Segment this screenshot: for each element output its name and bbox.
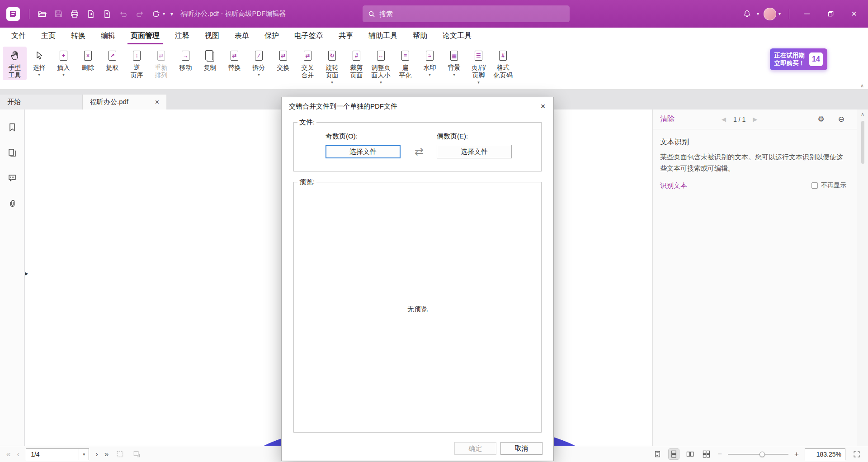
ribbon-button-手型工具[interactable]: 手型工具 [3,47,27,80]
clear-button[interactable]: 清除 [660,114,675,124]
zoom-level-field[interactable]: 183.25% [805,448,845,460]
search-input[interactable] [379,10,564,18]
dialog-body: 文件: 奇数页(O): 偶数页(E): 选择文件 ⇄ 选择文件 预览: 无预览 [282,115,553,436]
ribbon-button-扁平化[interactable]: ≡扁平化 [393,47,417,80]
sync-icon[interactable] [149,7,163,21]
scroll-up-icon[interactable]: ∧ [861,111,864,117]
comments-panel-icon[interactable] [6,172,18,184]
tab-start[interactable]: 开始 [0,95,83,110]
share-doc-icon[interactable] [100,7,114,21]
cancel-button[interactable]: 取消 [500,442,542,455]
last-page-icon[interactable]: » [104,450,108,458]
print-icon[interactable] [67,7,82,21]
ribbon-collapse-icon[interactable]: ∧ [860,83,864,89]
chevron-down-icon[interactable]: ▾ [163,11,165,16]
menu-item-注释[interactable]: 注释 [167,28,197,44]
clipboard-view-icon[interactable] [132,449,142,459]
foxit-logo[interactable] [6,7,20,21]
snapshot-icon[interactable] [115,449,125,459]
choose-even-file-button[interactable]: 选择文件 [437,145,512,158]
user-avatar[interactable] [764,8,776,20]
chevron-down-icon[interactable]: ▾ [79,449,89,460]
chevron-down-icon[interactable]: ▾ [778,11,781,16]
dont-show-again[interactable]: 不再显示 [811,181,846,190]
next-page-icon[interactable]: › [95,450,98,458]
search-icon [368,10,375,18]
page-forward-icon[interactable]: ▶ [753,116,757,123]
search-box[interactable] [363,5,570,22]
export-pdf-icon[interactable] [84,7,98,21]
ribbon-button-水印[interactable]: ≈水印▾ [418,47,442,78]
menu-item-主页[interactable]: 主页 [33,28,63,44]
attachments-panel-icon[interactable] [6,197,18,209]
tab-document[interactable]: 福昕办公.pdf × [83,95,166,110]
zoom-slider-thumb[interactable] [760,452,765,457]
prev-page-icon[interactable]: ‹ [17,450,19,458]
dont-show-checkbox[interactable] [811,182,818,189]
vertical-scrollbar[interactable]: ∧ [857,110,868,446]
bookmarks-panel-icon[interactable] [6,121,18,133]
close-button[interactable]: × [844,5,863,24]
ribbon-button-交换[interactable]: ⇄交换 [271,47,295,72]
menu-item-辅助工具[interactable]: 辅助工具 [361,28,405,44]
panel-expand-handle[interactable]: ▶ [25,271,28,276]
facing-view-icon[interactable] [685,449,695,459]
menu-item-共享[interactable]: 共享 [331,28,361,44]
ribbon-button-页眉页脚[interactable]: ☰页眉/页脚▾ [467,47,491,86]
ribbon-button-插入[interactable]: +插入▾ [52,47,75,78]
ribbon-button-移动[interactable]: →移动 [174,47,198,72]
page-number-value[interactable]: 1/4 [26,451,79,458]
restore-button[interactable] [821,5,840,24]
ribbon-button-逆页序[interactable]: ↕逆页序 [125,47,149,80]
menu-item-论文工具[interactable]: 论文工具 [435,28,479,44]
notification-bell-icon[interactable] [740,7,755,21]
minimize-button[interactable]: ─ [797,5,816,24]
menu-item-电子签章[interactable]: 电子签章 [287,28,331,44]
ribbon-button-调整页面大小[interactable]: ↔调整页面大小▾ [369,47,393,86]
facing-continuous-view-icon[interactable] [701,449,712,459]
menu-item-编辑[interactable]: 编辑 [93,28,123,44]
menu-item-页面管理[interactable]: 页面管理 [123,28,167,44]
ribbon-button-背景[interactable]: ▦背景▾ [442,47,466,78]
menu-item-保护[interactable]: 保护 [257,28,287,44]
page-back-icon[interactable]: ◀ [722,116,726,123]
zoom-out-icon[interactable]: − [717,450,722,459]
trial-purchase-badge[interactable]: 正在试用期 立即购买！ 14 [770,48,828,70]
zoom-level-value: 183.25% [816,451,841,458]
single-page-view-icon[interactable] [652,449,663,459]
zoom-slider[interactable] [728,449,788,459]
collapse-panel-icon[interactable]: ⊖ [838,114,844,124]
ribbon-button-删除[interactable]: ×删除 [76,47,100,72]
zoom-in-icon[interactable]: + [794,450,799,459]
first-page-icon[interactable]: « [6,450,10,458]
tab-close-icon[interactable]: × [155,98,159,106]
fullscreen-icon[interactable] [851,449,862,459]
ocr-message: 某些页面包含未被识别的文本。您可以运行文本识别以便使这些文本可搜索或可编辑。 [660,152,846,174]
chevron-down-icon: ▾ [62,72,65,77]
ribbon-button-交叉合并[interactable]: ⇄交叉合并 [296,47,320,80]
ribbon-button-拆分[interactable]: ∕拆分▾ [247,47,271,78]
scrollbar-thumb[interactable] [861,121,864,164]
ribbon-button-格式化页码[interactable]: #格式化页码 [491,47,515,80]
ribbon-button-裁剪页面[interactable]: #裁剪页面 [344,47,368,80]
open-file-icon[interactable] [35,7,49,21]
continuous-view-icon[interactable] [669,449,679,459]
gear-icon[interactable]: ⚙ [818,114,825,124]
choose-odd-file-button[interactable]: 选择文件 [326,145,401,158]
ribbon-button-复制[interactable]: 复制 [198,47,222,72]
menu-item-视图[interactable]: 视图 [197,28,227,44]
menu-item-文件[interactable]: 文件 [4,28,33,44]
ribbon-button-提取[interactable]: ↗提取 [100,47,124,72]
menu-item-帮助[interactable]: 帮助 [405,28,435,44]
recognize-text-link[interactable]: 识别文本 [660,181,687,190]
ribbon-button-旋转页面[interactable]: ↻旋转页面▾ [320,47,344,86]
page-number-control[interactable]: 1/4 ▾ [26,448,89,460]
toolbar-customize-icon[interactable]: ▾ [170,11,173,17]
ribbon-button-选择[interactable]: 选择▾ [27,47,51,78]
pages-panel-icon[interactable] [6,147,18,158]
ribbon-button-替换[interactable]: ⇄替换 [222,47,246,72]
menu-item-转换[interactable]: 转换 [63,28,93,44]
dialog-close-icon[interactable]: × [533,97,553,115]
menu-item-表单[interactable]: 表单 [227,28,257,44]
chevron-down-icon[interactable]: ▾ [757,11,759,16]
